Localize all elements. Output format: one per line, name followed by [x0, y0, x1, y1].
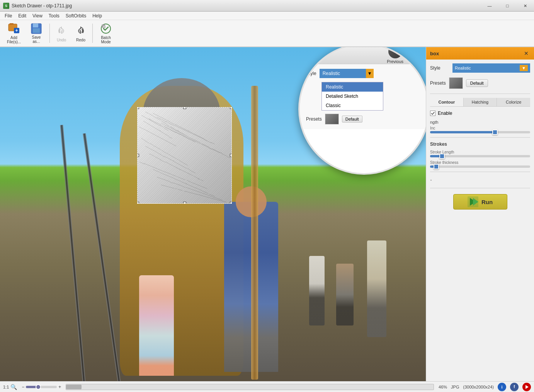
- stroke-thickness-thumb[interactable]: [434, 164, 439, 169]
- girl-body: [139, 275, 174, 376]
- redo-button[interactable]: Redo: [71, 22, 90, 45]
- zoom-controls[interactable]: − +: [22, 384, 61, 390]
- magnify-option-realistic[interactable]: Realistic: [322, 82, 383, 92]
- menu-tools[interactable]: Tools: [46, 12, 63, 19]
- svg-line-22: [139, 162, 207, 189]
- zoom-plus-icon[interactable]: +: [58, 384, 61, 390]
- bg-person-2: [336, 264, 354, 326]
- default-preset-button[interactable]: Default: [466, 79, 488, 87]
- strokes-title: Strokes: [430, 141, 530, 147]
- length-section: ngth Inc: [430, 120, 530, 133]
- stroke-length-slider[interactable]: [430, 155, 530, 157]
- svg-rect-1: [10, 23, 14, 25]
- file-format: JPG: [451, 385, 459, 389]
- toolbar: + AddFile(s)... Saveas... Undo: [0, 20, 534, 47]
- strokes-section: Strokes Stroke Length Stroke thickness: [430, 141, 530, 168]
- magnify-option-classic[interactable]: Classic: [322, 101, 383, 110]
- menu-softorbits[interactable]: SoftOrbits: [63, 12, 89, 19]
- add-files-button[interactable]: + AddFile(s)...: [3, 22, 25, 45]
- separator-1: [430, 94, 530, 94]
- zoom-slider[interactable]: [26, 386, 57, 388]
- presets-section: Presets Default: [430, 77, 530, 89]
- panel-tabs: Contour Hatching Colorize: [430, 98, 530, 107]
- menu-file[interactable]: File: [2, 12, 15, 19]
- save-as-button[interactable]: Saveas...: [26, 22, 47, 45]
- enable-label: Enable: [438, 111, 452, 116]
- svg-line-23: [153, 169, 215, 196]
- handle-tm[interactable]: [183, 107, 186, 109]
- batch-mode-label: BatchMode: [101, 36, 111, 44]
- svg-line-13: [145, 111, 184, 135]
- separator-3: [430, 172, 530, 172]
- svg-line-25: [161, 185, 226, 202]
- run-icon: [468, 196, 478, 207]
- canvas-area[interactable]: Previous Next Style: [0, 47, 426, 381]
- zoom-percent: 46%: [439, 385, 447, 389]
- handle-br[interactable]: [230, 202, 232, 204]
- info-icon[interactable]: i: [498, 383, 506, 391]
- stroke-thickness-slider[interactable]: [430, 165, 530, 168]
- sketch-overlay: [137, 107, 232, 204]
- batch-mode-icon: [100, 22, 112, 35]
- minimize-button[interactable]: —: [481, 0, 498, 12]
- menu-bar: File Edit View Tools SoftOrbits Help: [0, 12, 534, 20]
- magnify-next-button[interactable]: [406, 47, 420, 58]
- tab-contour[interactable]: Contour: [430, 98, 464, 106]
- window-title: Sketch Drawer - otp-1711.jpg: [12, 3, 72, 9]
- maximize-button[interactable]: □: [498, 0, 516, 12]
- svg-line-21: [149, 154, 203, 181]
- run-button[interactable]: Run: [453, 194, 507, 210]
- handle-ml[interactable]: [137, 154, 139, 157]
- menu-help[interactable]: Help: [89, 12, 105, 19]
- scrollbar-thumb[interactable]: [66, 385, 82, 389]
- handle-bl[interactable]: [137, 202, 139, 204]
- panel-close-button[interactable]: ✕: [522, 49, 530, 57]
- style-label: Style: [430, 65, 449, 71]
- magnify-dropdown-arrow[interactable]: ▼: [366, 69, 374, 78]
- magnify-style-row: Style Realistic ▼: [306, 69, 422, 78]
- enable-row: Enable: [430, 111, 530, 116]
- magnify-default-button[interactable]: Default: [342, 116, 362, 123]
- length-slider-thumb[interactable]: [492, 130, 498, 135]
- add-files-label: AddFile(s)...: [7, 36, 21, 44]
- magnify-style-select[interactable]: Realistic ▼: [320, 69, 374, 78]
- tab-hatching[interactable]: Hatching: [464, 98, 497, 106]
- magnify-previous-button[interactable]: [388, 47, 402, 58]
- ski-board: [251, 86, 258, 380]
- length-slider[interactable]: [430, 131, 530, 133]
- toolbar-separator-1: [49, 24, 50, 43]
- svg-rect-5: [33, 24, 38, 27]
- handle-tl[interactable]: [137, 107, 139, 109]
- svg-line-18: [165, 127, 230, 158]
- undo-button[interactable]: Undo: [52, 22, 71, 45]
- handle-mr[interactable]: [230, 154, 232, 157]
- zoom-minus-icon[interactable]: −: [22, 384, 24, 390]
- zoom-1-1: 1:1: [3, 385, 9, 389]
- stroke-length-container: Stroke Length: [430, 150, 530, 157]
- batch-mode-button[interactable]: BatchMode: [95, 22, 117, 45]
- panel-title: box: [430, 51, 439, 56]
- horizontal-scrollbar[interactable]: [66, 384, 434, 390]
- dot-indicator: ·: [430, 176, 530, 184]
- svg-line-11: [143, 121, 172, 138]
- close-button[interactable]: ✕: [516, 0, 534, 12]
- magnify-next-label: Next: [409, 59, 418, 64]
- stroke-thickness-container: Stroke thickness: [430, 160, 530, 168]
- magnify-presets-label: Presets: [306, 116, 322, 122]
- menu-edit[interactable]: Edit: [15, 12, 29, 19]
- facebook-icon[interactable]: f: [510, 383, 519, 391]
- stroke-length-thumb[interactable]: [439, 153, 445, 159]
- app-icon: S: [3, 3, 9, 9]
- redo-label: Redo: [76, 38, 85, 42]
- handle-bm[interactable]: [183, 202, 186, 204]
- zoom-slider-thumb[interactable]: [36, 384, 41, 390]
- tab-colorize[interactable]: Colorize: [497, 98, 530, 106]
- style-select[interactable]: Realistic ▼: [452, 63, 530, 73]
- menu-view[interactable]: View: [29, 12, 46, 19]
- stroke-length-label: Stroke Length: [430, 150, 530, 154]
- handle-tr[interactable]: [230, 107, 232, 109]
- svg-line-20: [145, 146, 196, 173]
- youtube-icon[interactable]: [522, 383, 531, 391]
- magnify-option-detailed[interactable]: Detailed Sketch: [322, 92, 383, 101]
- enable-checkbox[interactable]: [430, 111, 435, 116]
